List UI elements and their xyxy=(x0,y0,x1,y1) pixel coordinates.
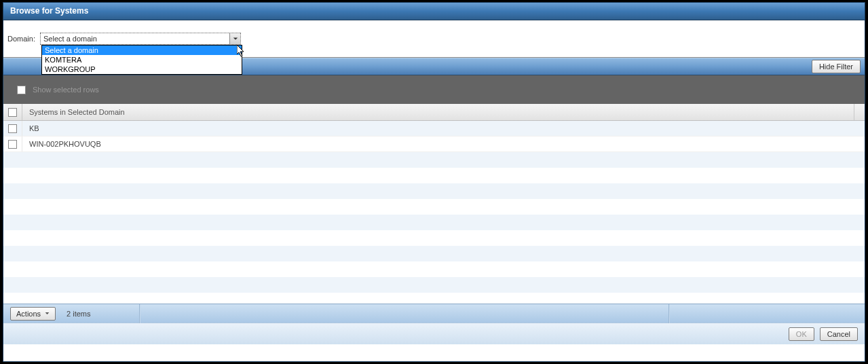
table-row[interactable]: WIN-002PKHOVUQB xyxy=(3,136,865,152)
table-row xyxy=(3,277,865,293)
domain-bar: Domain: Select a domain Select a domain … xyxy=(3,20,865,58)
system-name-cell: WIN-002PKHOVUQB xyxy=(22,140,865,148)
show-selected-checkbox[interactable] xyxy=(17,86,26,94)
show-selected-label: Show selected rows xyxy=(33,86,99,94)
dialog-button-bar: OK Cancel xyxy=(3,323,865,344)
hide-filter-button[interactable]: Hide Filter xyxy=(812,60,861,73)
domain-dropdown: Select a domain KOMTERA WORKGROUP xyxy=(41,45,242,75)
row-checkbox[interactable] xyxy=(8,140,17,149)
dialog-title: Browse for Systems xyxy=(3,3,865,20)
column-header-systems[interactable]: Systems in Selected Domain xyxy=(22,104,854,120)
table-footer: Actions 2 items xyxy=(3,304,865,323)
table-row xyxy=(3,183,865,199)
systems-table: Systems in Selected Domain KB WIN-002PKH… xyxy=(3,104,865,304)
divider xyxy=(668,304,670,323)
chevron-down-icon[interactable] xyxy=(229,33,240,44)
table-row xyxy=(3,246,865,261)
table-row xyxy=(3,261,865,277)
table-row xyxy=(3,293,865,304)
table-row[interactable]: KB xyxy=(3,121,865,136)
browse-systems-dialog: Browse for Systems Domain: Select a doma… xyxy=(3,2,865,362)
item-count: 2 items xyxy=(67,310,90,318)
dropdown-option[interactable]: KOMTERA xyxy=(42,55,242,65)
table-row xyxy=(3,168,865,183)
domain-select[interactable]: Select a domain xyxy=(40,33,241,45)
table-row xyxy=(3,215,865,230)
divider xyxy=(139,304,140,323)
actions-label: Actions xyxy=(16,310,41,318)
table-row xyxy=(3,152,865,168)
dropdown-option[interactable]: WORKGROUP xyxy=(42,65,242,74)
table-row xyxy=(3,199,865,215)
actions-button[interactable]: Actions xyxy=(10,307,56,321)
domain-label: Domain: xyxy=(7,35,35,43)
domain-select-value: Select a domain xyxy=(43,35,97,43)
ok-button[interactable]: OK xyxy=(789,327,814,341)
column-options-icon[interactable] xyxy=(854,104,865,120)
filter-options-bar: Show selected rows xyxy=(3,75,865,104)
table-row xyxy=(3,230,865,246)
system-name-cell: KB xyxy=(22,124,865,132)
chevron-down-icon xyxy=(45,312,50,315)
dropdown-option[interactable]: Select a domain xyxy=(42,46,242,55)
table-header-row: Systems in Selected Domain xyxy=(3,104,865,121)
table-body: KB WIN-002PKHOVUQB xyxy=(3,121,865,304)
select-all-checkbox[interactable] xyxy=(8,108,17,117)
cancel-button[interactable]: Cancel xyxy=(820,327,858,341)
row-checkbox[interactable] xyxy=(8,124,17,133)
